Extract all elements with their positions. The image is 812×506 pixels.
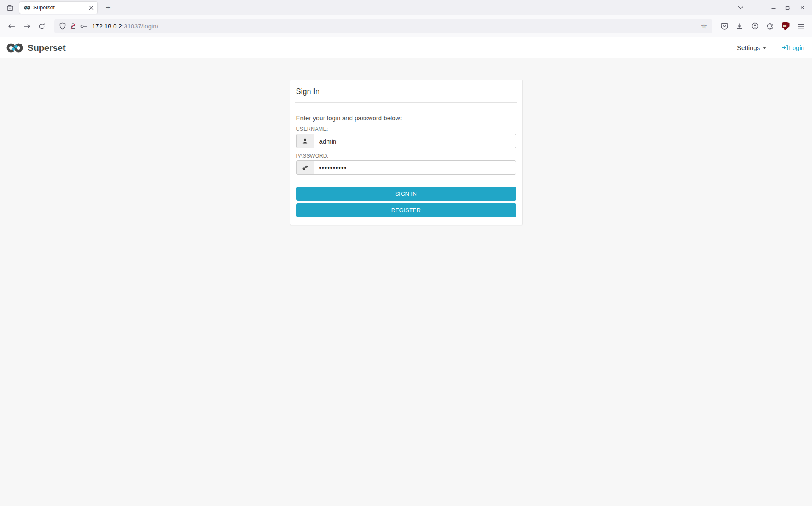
hamburger-menu-icon	[797, 23, 804, 29]
superset-logo-icon	[6, 43, 24, 53]
restore-icon	[785, 5, 790, 10]
login-link[interactable]: Login	[782, 44, 804, 51]
password-input[interactable]	[314, 160, 516, 175]
account-button[interactable]	[748, 19, 762, 33]
settings-menu[interactable]: Settings	[737, 44, 766, 51]
panel-body: Enter your login and password below: USE…	[290, 103, 522, 225]
browser-tab-bar: Superset +	[0, 0, 812, 15]
back-button[interactable]	[4, 19, 19, 33]
browser-toolbar: 172.18.0.2:31037/login/ ☆	[0, 15, 812, 37]
minimize-button[interactable]	[767, 2, 780, 14]
superset-navbar: Superset Settings Login	[0, 37, 812, 58]
puzzle-icon	[767, 23, 773, 30]
shield-icon[interactable]	[59, 22, 66, 30]
password-label: PASSWORD:	[296, 153, 516, 159]
restore-button[interactable]	[782, 2, 794, 14]
insecure-lock-icon[interactable]	[70, 22, 76, 30]
reload-icon	[39, 23, 45, 30]
url-host: 172.18.0.2	[92, 22, 122, 30]
forward-button[interactable]	[19, 19, 34, 33]
window-controls	[767, 2, 809, 14]
ublock-origin-button[interactable]: uO	[778, 19, 793, 33]
bookmark-star-icon[interactable]: ☆	[701, 22, 707, 30]
settings-label: Settings	[737, 44, 760, 51]
login-icon	[782, 44, 788, 51]
login-instruction: Enter your login and password below:	[296, 114, 516, 122]
ublock-origin-icon: uO	[782, 22, 790, 30]
tab-title: Superset	[33, 5, 84, 11]
register-button[interactable]: REGISTER	[296, 203, 516, 217]
close-window-button[interactable]	[796, 2, 809, 14]
forward-arrow-icon	[23, 23, 30, 29]
chevron-down-icon	[738, 6, 743, 9]
username-input[interactable]	[314, 134, 516, 148]
menu-button[interactable]	[793, 19, 808, 33]
firefox-view-button[interactable]	[3, 2, 16, 14]
brand-name: Superset	[28, 43, 66, 53]
password-input-group	[296, 160, 516, 175]
username-label: USERNAME:	[296, 126, 516, 132]
new-tab-button[interactable]: +	[102, 2, 114, 14]
caret-down-icon	[763, 47, 766, 49]
browser-tab-superset[interactable]: Superset	[19, 2, 97, 14]
close-icon	[800, 5, 805, 10]
panel-title: Sign In	[290, 80, 522, 102]
navbar-right: Settings Login	[737, 44, 806, 51]
list-all-tabs-button[interactable]	[734, 2, 747, 14]
superset-favicon	[24, 6, 30, 10]
key-icon	[296, 160, 314, 175]
extensions-button[interactable]	[763, 19, 777, 33]
firefox-view-icon	[6, 4, 14, 11]
superset-brand[interactable]: Superset	[6, 43, 66, 53]
reload-button[interactable]	[35, 19, 49, 33]
sign-in-panel: Sign In Enter your login and password be…	[290, 80, 523, 225]
url-path: :31037/login/	[122, 22, 158, 30]
downloads-button[interactable]	[732, 19, 747, 33]
username-input-group	[296, 134, 516, 148]
back-arrow-icon	[8, 23, 15, 29]
download-icon	[736, 23, 743, 30]
pocket-icon	[721, 23, 728, 30]
url-text[interactable]: 172.18.0.2:31037/login/	[92, 22, 158, 30]
login-label: Login	[789, 44, 804, 51]
tab-close-icon[interactable]	[87, 3, 95, 12]
plus-icon: +	[105, 3, 110, 12]
url-bar[interactable]: 172.18.0.2:31037/login/ ☆	[54, 19, 712, 33]
minimize-icon	[771, 5, 776, 10]
sign-in-button[interactable]: SIGN IN	[296, 187, 516, 201]
saved-password-key-icon[interactable]	[80, 24, 88, 29]
page-content: Sign In Enter your login and password be…	[0, 80, 812, 506]
user-icon	[296, 134, 314, 148]
account-icon	[751, 22, 759, 30]
pocket-button[interactable]	[717, 19, 732, 33]
